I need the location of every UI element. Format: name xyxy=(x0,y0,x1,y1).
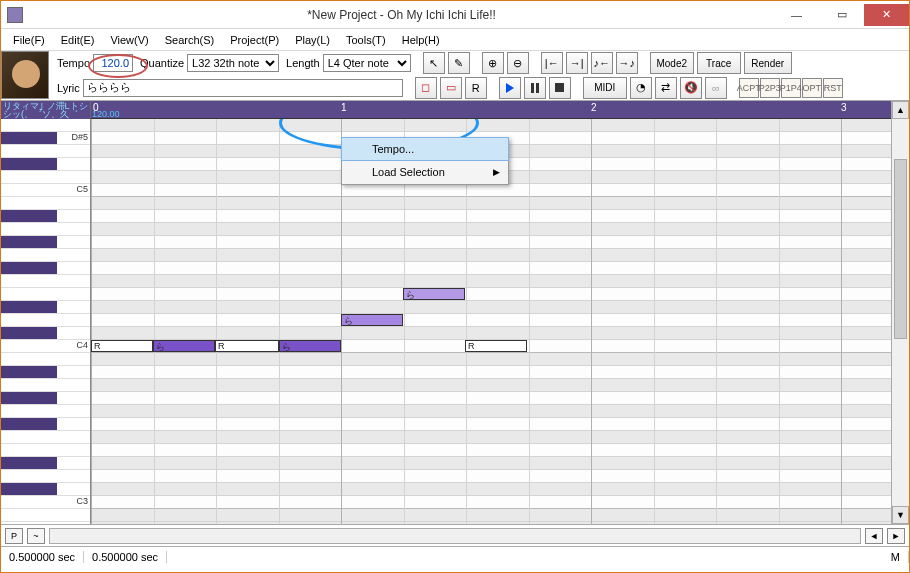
bar-marker-2: 2 xyxy=(591,102,597,113)
window-title: *New Project - Oh My Ichi Ichi Life!! xyxy=(29,8,774,22)
menu-search[interactable]: Search(S) xyxy=(157,31,223,49)
titlebar: *New Project - Oh My Ichi Ichi Life!! — … xyxy=(1,1,909,29)
menu-help[interactable]: Help(H) xyxy=(394,31,448,49)
lyric-label: Lyric xyxy=(57,82,80,94)
scroll-right-button[interactable]: ► xyxy=(887,528,905,544)
midi-button[interactable]: MIDI xyxy=(583,77,627,99)
submenu-arrow-icon: ▶ xyxy=(493,167,500,177)
note[interactable]: ら xyxy=(341,314,403,326)
opt-icon[interactable]: OPT xyxy=(802,78,822,98)
quantize-label: Quantize xyxy=(140,57,184,69)
lyric-input[interactable] xyxy=(83,79,403,97)
app-icon xyxy=(7,7,23,23)
menu-edit[interactable]: Edit(E) xyxy=(53,31,103,49)
note[interactable]: ら xyxy=(153,340,215,352)
tempo-label: Tempo xyxy=(57,57,90,69)
zoom-out-button[interactable]: ⊖ xyxy=(507,52,529,74)
tilde-button[interactable]: ~ xyxy=(27,528,45,544)
bar-marker-3: 3 xyxy=(841,102,847,113)
toolbar: Tempo Quantize L32 32th note Length L4 Q… xyxy=(1,51,909,101)
reset-icon[interactable]: RST xyxy=(823,78,843,98)
p2p3-icon[interactable]: P2P3 xyxy=(760,78,780,98)
key-label-c3: C3 xyxy=(76,496,88,506)
status-bar: 0.500000 sec 0.500000 sec M xyxy=(1,546,909,566)
note[interactable]: ら xyxy=(279,340,341,352)
quantize-select[interactable]: L32 32th note xyxy=(187,54,279,72)
ctx-load-selection[interactable]: Load Selection▶ xyxy=(342,160,508,184)
prev-note-button[interactable]: ♪← xyxy=(591,52,613,74)
menu-file[interactable]: File(F) xyxy=(5,31,53,49)
piano-keyboard[interactable]: D#5 C5 C4 xyxy=(1,119,91,524)
insert-note-button[interactable]: ▭ xyxy=(440,77,462,99)
mute-button[interactable]: 🔇 xyxy=(680,77,702,99)
ruler-tempo: 120.00 xyxy=(92,109,120,119)
piano-roll-grid[interactable]: Tempo... Load Selection▶ (function(){ co… xyxy=(91,119,891,524)
context-menu: Tempo... Load Selection▶ xyxy=(341,137,509,185)
stop-button[interactable] xyxy=(549,77,571,99)
status-time-1: 0.500000 sec xyxy=(1,551,84,563)
metronome-button[interactable]: ◔ xyxy=(630,77,652,99)
bottom-bar: P ~ ◄ ► xyxy=(1,524,909,546)
next-note-button[interactable]: →♪ xyxy=(616,52,638,74)
loop-button[interactable]: ⇄ xyxy=(655,77,677,99)
status-time-2: 0.500000 sec xyxy=(84,551,167,563)
go-end-button[interactable]: →| xyxy=(566,52,588,74)
trace-button[interactable]: Trace xyxy=(697,52,741,74)
pause-button[interactable] xyxy=(524,77,546,99)
maximize-button[interactable]: ▭ xyxy=(819,4,864,26)
note-rest[interactable]: R xyxy=(465,340,527,352)
tempo-input[interactable] xyxy=(93,54,133,72)
workspace: リタィマ｣ ノ滞Lトシ シッ(、゛ソ、久゛ D#5 C5 C4 xyxy=(1,101,909,524)
scroll-thumb[interactable] xyxy=(894,159,907,339)
menu-play[interactable]: Play(L) xyxy=(287,31,338,49)
menu-view[interactable]: View(V) xyxy=(102,31,156,49)
voicebank-avatar[interactable] xyxy=(1,51,49,99)
pointer-tool-button[interactable]: ↖ xyxy=(423,52,445,74)
horizontal-scrollbar[interactable] xyxy=(49,528,861,544)
key-label-c4: C4 xyxy=(76,340,88,350)
note[interactable]: ら xyxy=(403,288,465,300)
status-m: M xyxy=(883,551,909,563)
pencil-tool-button[interactable]: ✎ xyxy=(448,52,470,74)
close-button[interactable]: ✕ xyxy=(864,4,909,26)
key-label-dsh5: D#5 xyxy=(71,132,88,142)
bar-marker-1: 1 xyxy=(341,102,347,113)
note-rest[interactable]: R xyxy=(215,340,279,352)
scroll-left-button[interactable]: ◄ xyxy=(865,528,883,544)
timeline-ruler[interactable]: 0 1 2 3 120.00 xyxy=(91,101,891,119)
acpt-icon[interactable]: ACPT xyxy=(739,78,759,98)
track-header[interactable]: リタィマ｣ ノ滞Lトシ シッ(、゛ソ、久゛ xyxy=(1,101,91,119)
refresh-button[interactable]: R xyxy=(465,77,487,99)
link-button[interactable]: ∞ xyxy=(705,77,727,99)
go-start-button[interactable]: |← xyxy=(541,52,563,74)
scroll-up-button[interactable]: ▲ xyxy=(892,101,909,119)
mode2-button[interactable]: Mode2 xyxy=(650,52,694,74)
minimize-button[interactable]: — xyxy=(774,4,819,26)
length-label: Length xyxy=(286,57,320,69)
play-button[interactable] xyxy=(499,77,521,99)
p1p4-icon[interactable]: P1P4 xyxy=(781,78,801,98)
vertical-scrollbar[interactable]: ▲ ▼ xyxy=(891,101,909,524)
menubar: File(F) Edit(E) View(V) Search(S) Projec… xyxy=(1,29,909,51)
length-select[interactable]: L4 Qter note xyxy=(323,54,411,72)
scroll-down-button[interactable]: ▼ xyxy=(892,506,909,524)
note-rest[interactable]: R xyxy=(91,340,153,352)
menu-tools[interactable]: Tools(T) xyxy=(338,31,394,49)
key-label-c5: C5 xyxy=(76,184,88,194)
render-button[interactable]: Render xyxy=(744,52,792,74)
menu-project[interactable]: Project(P) xyxy=(222,31,287,49)
zoom-in-button[interactable]: ⊕ xyxy=(482,52,504,74)
ctx-tempo[interactable]: Tempo... xyxy=(341,137,509,161)
insert-rest-button[interactable]: ◻ xyxy=(415,77,437,99)
p-button[interactable]: P xyxy=(5,528,23,544)
